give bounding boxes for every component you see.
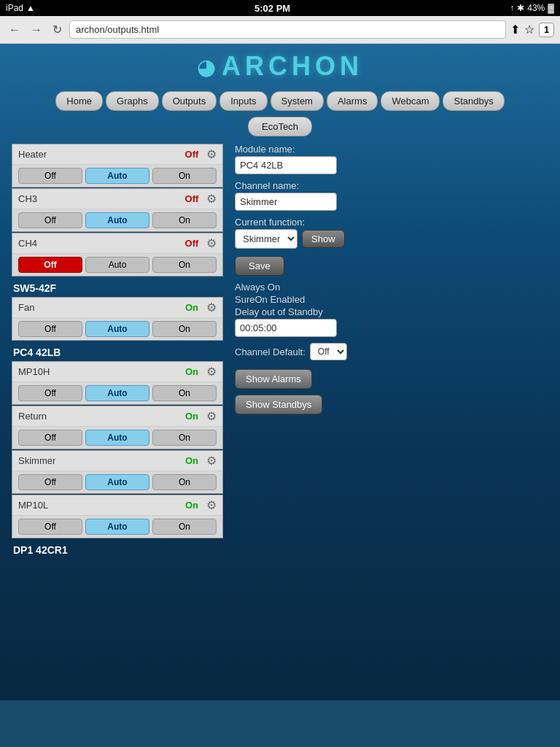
channel-row-ch3: CH3 Off ⚙ Off Auto On (12, 188, 223, 232)
nav-home[interactable]: Home (55, 91, 103, 111)
ecotech-button[interactable]: EcoTech (248, 117, 312, 136)
gear-icon-mp10l[interactable]: ⚙ (206, 498, 217, 512)
channel-row-mp10h: MP10H On ⚙ Off Auto On (12, 361, 223, 405)
sureon-enabled-text: SureOn Enabled (235, 294, 548, 305)
gear-icon-ch4[interactable]: ⚙ (206, 236, 217, 250)
channel-default-row: Channel Default: Off On (235, 343, 548, 360)
auto-button-heater[interactable]: Auto (85, 168, 149, 184)
off-button-ch4[interactable]: Off (18, 257, 82, 273)
off-button-fan[interactable]: Off (18, 321, 82, 337)
gear-icon-mp10h[interactable]: ⚙ (206, 365, 217, 379)
battery-label: 43% (527, 3, 545, 13)
save-button[interactable]: Save (235, 256, 284, 276)
on-button-mp10h[interactable]: On (152, 385, 217, 401)
off-button-skimmer[interactable]: Off (18, 474, 82, 490)
channel-name-skimmer: Skimmer (18, 455, 177, 466)
on-button-ch4[interactable]: On (152, 257, 217, 273)
channel-name-ch3: CH3 (18, 193, 177, 204)
gear-icon-fan[interactable]: ⚙ (206, 301, 217, 314)
reload-button[interactable]: ↻ (50, 21, 65, 38)
auto-button-mp10h[interactable]: Auto (85, 385, 149, 401)
show-button[interactable]: Show (302, 230, 345, 248)
auto-button-ch3[interactable]: Auto (85, 212, 149, 228)
battery-icon: ▓ (548, 3, 554, 13)
on-button-skimmer[interactable]: On (152, 474, 217, 490)
channel-name-input[interactable] (235, 193, 337, 211)
nav-bar: Home Graphs Outputs Inputs System Alarms… (0, 85, 560, 117)
channel-status-fan: On (177, 302, 206, 313)
nav-standbys[interactable]: Standbys (443, 91, 504, 111)
show-standbys-button[interactable]: Show Standbys (235, 395, 322, 414)
channel-name-heater: Heater (18, 149, 177, 160)
module-section-pc4: PC4 42LB MP10H On ⚙ Off Auto On (12, 344, 223, 538)
auto-button-fan[interactable]: Auto (85, 321, 149, 337)
on-button-return[interactable]: On (152, 430, 217, 446)
off-button-heater[interactable]: Off (18, 168, 82, 184)
tab-count[interactable]: 1 (539, 23, 554, 37)
module-label-sw5: SW5-42F (12, 279, 223, 297)
forward-button[interactable]: → (28, 22, 45, 38)
share-icon: ⬆ (510, 23, 520, 36)
logo-text: ARCHON (222, 51, 363, 82)
channel-status-skimmer: On (177, 455, 206, 466)
on-button-heater[interactable]: On (152, 168, 217, 184)
bluetooth-icon: ✱ (517, 3, 524, 13)
function-select[interactable]: Skimmer Return Fan Heater Lights MP10H M… (235, 229, 298, 249)
off-button-ch3[interactable]: Off (18, 212, 82, 228)
on-button-fan[interactable]: On (152, 321, 217, 337)
auto-button-mp10l[interactable]: Auto (85, 519, 149, 535)
channel-status-mp10l: On (177, 500, 206, 511)
nav-webcam[interactable]: Webcam (381, 91, 440, 111)
module-section-dp1: DP1 42CR1 (12, 541, 223, 559)
channel-name-mp10h: MP10H (18, 366, 177, 377)
delay-standby-text: Delay out of Standby (235, 306, 548, 317)
module-label-dp1: DP1 42CR1 (12, 541, 223, 559)
status-bar: iPad ▲ 5:02 PM ↑ ✱ 43% ▓ (0, 0, 560, 16)
channel-name-return: Return (18, 411, 177, 422)
off-button-mp10h[interactable]: Off (18, 385, 82, 401)
channel-row-heater: Heater Off ⚙ Off Auto On (12, 144, 223, 187)
channel-row-ch4: CH4 Off ⚙ Off Auto On (12, 233, 223, 276)
off-button-mp10l[interactable]: Off (18, 519, 82, 535)
channel-row-return: Return On ⚙ Off Auto On (12, 406, 223, 449)
current-function-label: Current function: (235, 217, 548, 228)
gear-icon-ch3[interactable]: ⚙ (206, 192, 217, 206)
outputs-panel: Heater Off ⚙ Off Auto On CH3 Off (12, 144, 223, 562)
url-bar[interactable] (69, 20, 506, 39)
channel-row-fan: Fan On ⚙ Off Auto On (12, 297, 223, 341)
module-name-label: Module name: (235, 144, 548, 155)
on-button-mp10l[interactable]: On (152, 519, 217, 535)
channel-status-heater: Off (177, 149, 206, 160)
auto-button-ch4[interactable]: Auto (85, 257, 149, 273)
gear-icon-heater[interactable]: ⚙ (206, 147, 217, 161)
back-button[interactable]: ← (6, 22, 23, 38)
auto-button-return[interactable]: Auto (85, 430, 149, 446)
module-name-input[interactable] (235, 156, 337, 174)
gear-icon-skimmer[interactable]: ⚙ (206, 454, 217, 468)
on-button-ch3[interactable]: On (152, 212, 217, 228)
channel-row-mp10l: MP10L On ⚙ Off Auto On (12, 495, 223, 538)
show-alarms-button[interactable]: Show Alarms (235, 369, 312, 389)
logo-area: ◕ ARCHON (0, 44, 560, 85)
gear-icon-return[interactable]: ⚙ (206, 409, 217, 423)
main-content: Heater Off ⚙ Off Auto On CH3 Off (0, 144, 560, 562)
always-on-text: Always On (235, 282, 548, 293)
channel-default-label: Channel Default: (235, 347, 306, 357)
delay-time-input[interactable] (235, 319, 337, 337)
channel-status-mp10h: On (177, 366, 206, 377)
nav-system[interactable]: System (271, 91, 324, 111)
nav-graphs[interactable]: Graphs (106, 91, 159, 111)
channel-status-ch3: Off (177, 193, 206, 204)
nav-inputs[interactable]: Inputs (219, 91, 267, 111)
bookmark-icon: ☆ (524, 23, 534, 36)
signal-icon: ↑ (510, 3, 514, 13)
settings-panel: Module name: Channel name: Current funct… (235, 144, 548, 562)
nav-outputs[interactable]: Outputs (162, 91, 217, 111)
auto-button-skimmer[interactable]: Auto (85, 474, 149, 490)
nav-alarms[interactable]: Alarms (327, 91, 378, 111)
function-row: Skimmer Return Fan Heater Lights MP10H M… (235, 229, 548, 249)
module-section-sw5: SW5-42F Fan On ⚙ Off Auto On (12, 279, 223, 341)
channel-default-select[interactable]: Off On (310, 343, 347, 360)
off-button-return[interactable]: Off (18, 430, 82, 446)
carrier-label: iPad (6, 3, 23, 13)
